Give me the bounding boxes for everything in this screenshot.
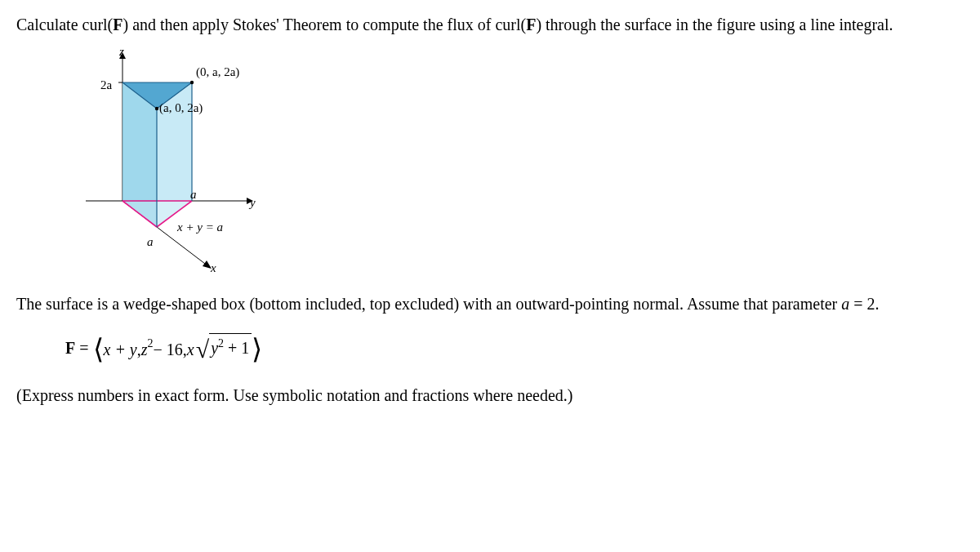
comp2-z: z	[141, 341, 148, 358]
comp1-xpy: x + y	[104, 341, 137, 358]
line-xy-label: x + y = a	[177, 217, 223, 237]
param-a: a	[841, 295, 849, 313]
sqrt-p1: + 1	[224, 339, 249, 357]
figure-wedge-box: z 2a (0, a, 2a) (a, 0, 2a) y a x a x + y…	[65, 46, 278, 283]
a-on-y-label: a	[190, 185, 197, 204]
svg-point-20	[155, 107, 158, 110]
vec-F: F	[113, 16, 122, 33]
eq-sign: =	[75, 339, 92, 357]
twoA-label: 2a	[100, 75, 112, 95]
point-0a2a: (0, a, 2a)	[196, 62, 239, 82]
surface-desc-1: The surface is a wedge-shaped box (botto…	[16, 295, 841, 313]
vector-field-equation: F = ⟨x + y, z2 − 16, x√y2 + 1⟩	[65, 330, 964, 369]
sqrt-wrap: √y2 + 1	[196, 330, 252, 369]
lparen-icon: ⟨	[93, 338, 104, 360]
x-axis-label: x	[211, 258, 216, 278]
svg-point-19	[190, 81, 194, 84]
comp2-m16: − 16,	[154, 341, 187, 358]
a-on-x-label: a	[147, 232, 154, 252]
point-a02a: (a, 0, 2a)	[159, 98, 203, 118]
z-axis-label: z	[119, 42, 124, 61]
sqrt-y: y	[211, 339, 218, 357]
intro-part3: ) through the surface in the figure usin…	[536, 16, 893, 33]
surface-desc-2: = 2.	[849, 295, 879, 313]
problem-statement: Calculate curl(F) and then apply Stokes'…	[16, 11, 964, 38]
surface-description: The surface is a wedge-shaped box (botto…	[16, 291, 964, 317]
y-axis-label: y	[250, 193, 256, 212]
comp2-sq: 2	[148, 338, 154, 349]
comp3-x: x	[187, 341, 194, 358]
answer-instruction: (Express numbers in exact form. Use symb…	[16, 382, 964, 408]
vecF-lhs: F	[65, 339, 75, 357]
intro-part2: ) and then apply Stokes' Theorem to comp…	[123, 16, 527, 33]
rparen-icon: ⟩	[252, 338, 262, 360]
vec-F-2: F	[526, 16, 536, 33]
intro-part1: Calculate curl(	[16, 16, 113, 33]
instruction-text: (Express numbers in exact form. Use symb…	[16, 386, 572, 404]
sqrt-icon: √	[196, 336, 209, 363]
